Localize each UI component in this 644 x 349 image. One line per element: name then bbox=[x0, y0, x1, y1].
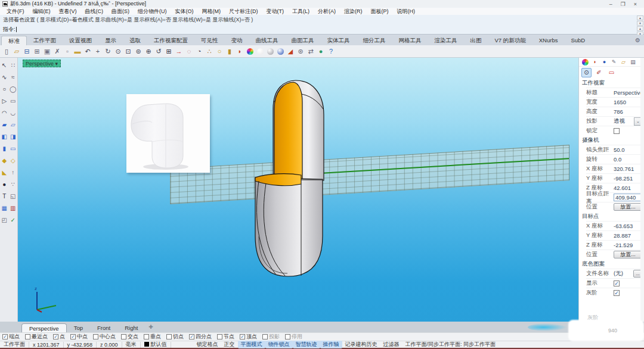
zoom-icon[interactable]: ⊙ bbox=[113, 46, 123, 56]
status-toggle-8[interactable]: 工作平面/同步工作平面: 同步工作平面 bbox=[402, 341, 499, 348]
control-points-icon[interactable]: ∷ bbox=[9, 59, 18, 71]
osnap-checkbox[interactable] bbox=[262, 334, 268, 339]
screen-icon[interactable]: ▤ bbox=[629, 58, 637, 66]
paste-icon[interactable]: ▬ bbox=[73, 46, 82, 56]
viewport-title-label[interactable]: Perspective ▾ bbox=[23, 60, 61, 67]
print-icon[interactable]: ⊞ bbox=[32, 46, 42, 56]
curve-handles-icon[interactable]: ≈ bbox=[9, 71, 18, 83]
history-icon[interactable]: ⇄ bbox=[306, 46, 315, 56]
status-field-5[interactable]: 默认值 bbox=[141, 341, 171, 348]
toolbar-tab-14[interactable]: 出图 bbox=[464, 36, 488, 45]
checkbox[interactable]: ✓ bbox=[614, 281, 620, 286]
status-field-4[interactable]: 毫米 bbox=[122, 341, 140, 348]
check-icon[interactable]: ✓ bbox=[9, 214, 18, 226]
menu-item-12[interactable]: 渲染(R) bbox=[340, 8, 367, 15]
toolbar-tab-5[interactable]: 工作视窗配置 bbox=[147, 36, 194, 45]
boolean-union-icon[interactable]: ◆ bbox=[0, 154, 9, 166]
osnap-8[interactable]: ✓四分点 bbox=[189, 333, 212, 341]
command-scrollbar[interactable]: ▲▼▲▼ bbox=[637, 15, 643, 34]
toolbar-tab-7[interactable]: 变动 bbox=[225, 36, 249, 45]
fillet-icon[interactable]: ◣ bbox=[0, 166, 9, 178]
undo-icon[interactable]: ↶ bbox=[83, 46, 92, 56]
toolbar-tab-8[interactable]: 曲线工具 bbox=[249, 36, 285, 45]
undo-view-icon[interactable]: ↺ bbox=[154, 46, 163, 56]
hide-object-icon[interactable]: ◌ bbox=[184, 46, 194, 56]
menu-item-1[interactable]: 编辑(E) bbox=[29, 8, 55, 15]
menu-item-11[interactable]: 分析(A) bbox=[314, 8, 340, 15]
place-button[interactable]: 放置... bbox=[614, 251, 642, 258]
polygon-icon[interactable]: ▷ bbox=[0, 95, 9, 107]
place-button[interactable]: 放置... bbox=[614, 203, 642, 211]
osnap-10[interactable]: ✓顶点 bbox=[240, 333, 257, 341]
arc-icon[interactable]: ◠ bbox=[0, 107, 9, 119]
pan-view-icon[interactable]: + bbox=[93, 46, 103, 56]
viewport-menu-arrow-icon[interactable]: ▾ bbox=[55, 61, 58, 67]
toolbar-tab-9[interactable]: 曲面工具 bbox=[285, 36, 321, 45]
osnap-11[interactable]: 投影 bbox=[262, 333, 280, 341]
osnap-checkbox[interactable] bbox=[144, 334, 149, 339]
cylinder-icon[interactable]: ▮ bbox=[0, 142, 9, 154]
copy-icon[interactable]: ▫ bbox=[63, 46, 72, 56]
status-toggle-3[interactable]: 物件锁点 bbox=[265, 341, 293, 348]
toolbar-tab-11[interactable]: 细分工具 bbox=[357, 36, 392, 45]
osnap-checkbox[interactable] bbox=[93, 334, 98, 339]
scale-icon[interactable]: ◱ bbox=[9, 190, 18, 202]
menu-item-0[interactable]: 文件(F) bbox=[2, 8, 29, 15]
viewport-tab-right[interactable]: Right bbox=[117, 323, 145, 332]
status-toggle-7[interactable]: 过滤器 bbox=[380, 341, 402, 348]
maximize-button[interactable]: ❐ bbox=[621, 1, 626, 7]
text-icon[interactable]: T bbox=[0, 190, 9, 202]
toolbar-tab-10[interactable]: 实体工具 bbox=[321, 36, 357, 45]
menu-item-6[interactable]: 实体(O) bbox=[171, 8, 198, 15]
osnap-checkbox[interactable] bbox=[285, 334, 290, 339]
osnap-5[interactable]: 交点 bbox=[121, 333, 138, 341]
menu-item-9[interactable]: 变动(T) bbox=[262, 8, 289, 15]
points-on-icon[interactable]: ∴ bbox=[205, 46, 214, 56]
render-tools-icon[interactable]: ◢ bbox=[286, 46, 295, 56]
menu-item-7[interactable]: 网格(M) bbox=[198, 8, 225, 15]
surface-icon[interactable]: ▰ bbox=[0, 119, 9, 130]
render-sphere-white-icon[interactable] bbox=[255, 46, 265, 56]
status-field-0[interactable]: 工作平面 bbox=[0, 341, 29, 348]
viewport-tab-front[interactable]: Front bbox=[90, 323, 117, 332]
osnap-checkbox[interactable]: ✓ bbox=[189, 334, 194, 339]
menu-item-13[interactable]: 面板(P) bbox=[367, 8, 393, 15]
boolean-difference-icon[interactable]: ◇ bbox=[9, 154, 18, 166]
display-cap-icon[interactable]: ◗ bbox=[591, 58, 599, 66]
zoom-extents-icon[interactable]: ⊕ bbox=[144, 46, 153, 56]
zoom-dynamic-icon[interactable]: ⊚ bbox=[134, 46, 143, 56]
sphere-tool-icon[interactable]: ● bbox=[0, 178, 9, 190]
osnap-checkbox[interactable]: ✓ bbox=[240, 334, 245, 339]
osnap-12[interactable]: 停用 bbox=[285, 333, 302, 341]
toolbar-tab-1[interactable]: 工作平面 bbox=[27, 36, 63, 45]
toolbar-tab-0[interactable]: 标准 bbox=[1, 36, 27, 45]
menu-item-4[interactable]: 曲面(S) bbox=[107, 8, 134, 15]
circle-icon[interactable]: ○ bbox=[0, 83, 9, 95]
curve-icon[interactable]: ∿ bbox=[0, 71, 9, 83]
select-icon[interactable]: ↖ bbox=[0, 59, 9, 71]
status-field-1[interactable]: x 1201.367 bbox=[29, 342, 63, 348]
viewport-camera-tab[interactable]: ⊙ bbox=[581, 68, 592, 77]
pipe-icon[interactable]: ◡ bbox=[9, 107, 18, 119]
extrude-icon[interactable]: ↑ bbox=[9, 166, 18, 178]
new-file-icon[interactable]: ▯ bbox=[2, 46, 11, 56]
toolbar-tab-6[interactable]: 可见性 bbox=[194, 36, 225, 45]
status-toggle-5[interactable]: 操作轴 bbox=[320, 341, 342, 348]
rotate-view-icon[interactable]: ↻ bbox=[103, 46, 113, 56]
material-sphere-icon[interactable]: ● bbox=[600, 58, 608, 66]
perspective-viewport[interactable]: Perspective ▾ z bbox=[18, 58, 578, 322]
menu-item-8[interactable]: 尺寸标注(D) bbox=[225, 8, 262, 15]
osnap-9[interactable]: 节点 bbox=[217, 333, 234, 341]
command-scroll-arrow-2[interactable]: ▲ bbox=[637, 26, 643, 31]
osnap-6[interactable]: 垂点 bbox=[144, 333, 161, 341]
ellipse-icon[interactable]: ◯ bbox=[9, 83, 18, 95]
toolbar-tab-17[interactable]: SubD bbox=[564, 36, 592, 45]
menu-item-5[interactable]: 细分物件(U) bbox=[134, 8, 171, 15]
color-wheel-icon[interactable] bbox=[245, 46, 255, 56]
capture-rect-tab[interactable]: ▭ bbox=[606, 68, 617, 77]
osnap-checkbox[interactable]: ✓ bbox=[70, 334, 76, 339]
sphere-solid-icon[interactable]: ◨ bbox=[9, 130, 18, 142]
command-prompt-line[interactable]: 指令: bbox=[0, 24, 644, 34]
drape-icon[interactable]: ◰ bbox=[0, 214, 9, 226]
options-gear-icon[interactable]: ⊛ bbox=[296, 46, 305, 56]
